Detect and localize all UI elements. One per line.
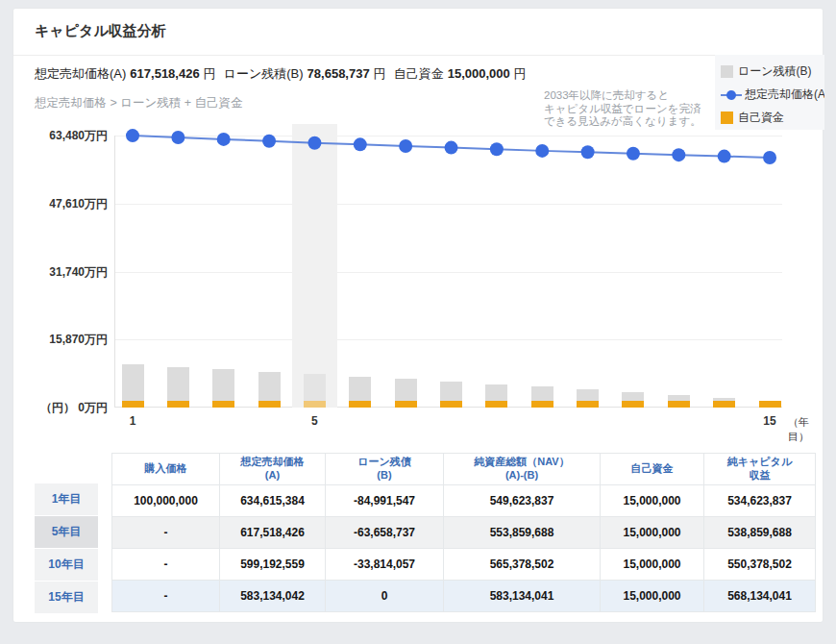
summary-label-1: ローン残積(B) (224, 66, 304, 81)
table-header: 購入価格想定売却価格(A)ローン残債(B)純資産総額（NAV）(A)-(B)自己… (112, 454, 816, 485)
table-cell: 617,518,426 (220, 516, 326, 548)
table-cell: 538,859,688 (704, 516, 816, 548)
row-label-15年目[interactable]: 15年目 (35, 582, 98, 613)
sale-price-point-year-4[interactable] (262, 135, 276, 148)
annotation-line-1: 2033年以降に売却すると (544, 89, 732, 103)
table-cell: -63,658,737 (326, 516, 444, 548)
results-table: 購入価格想定売却価格(A)ローン残債(B)純資産総額（NAV）(A)-(B)自己… (111, 453, 816, 612)
table-cell: - (112, 580, 220, 611)
row-label-1年目[interactable]: 1年目 (35, 483, 98, 515)
table-cell: 15,000,000 (601, 580, 704, 611)
column-header-4: 純資産総額（NAV）(A)-(B) (444, 454, 601, 485)
summary-unit-1: 円 (374, 66, 386, 81)
x-axis-unit-label: （年目） (788, 415, 823, 444)
table-body: 100,000,000634,615,384-84,991,547549,623… (112, 484, 816, 611)
page-title: キャピタル収益分析 (35, 22, 166, 40)
summary-value-2: 15,000,000 (448, 66, 510, 81)
sale-price-point-year-13[interactable] (672, 148, 685, 161)
table-cell: 553,859,688 (444, 516, 601, 548)
summary-unit-2: 円 (514, 66, 527, 81)
table-cell: 565,378,502 (444, 548, 601, 580)
formula-text: 想定売却価格 > ローン残積 + 自己資金 (35, 95, 243, 111)
legend-label: ローン残積(B) (738, 63, 812, 80)
sale-price-point-year-7[interactable] (399, 139, 412, 153)
table-cell: - (112, 516, 220, 548)
table-row-1年目: 100,000,000634,615,384-84,991,547549,623… (112, 484, 816, 516)
sale-price-point-year-11[interactable] (581, 145, 595, 159)
x-axis-tick-label-5: 5 (300, 414, 329, 428)
sale-price-point-year-1[interactable] (126, 129, 139, 142)
annotation-line-2: キャピタル収益でローンを完済 (544, 103, 732, 116)
table-cell: 534,623,837 (704, 484, 816, 516)
summary-value-0: 617,518,426 (130, 66, 199, 81)
column-header-5: 自己資金 (601, 454, 704, 485)
table-header-row: 購入価格想定売却価格(A)ローン残債(B)純資産総額（NAV）(A)-(B)自己… (112, 454, 816, 485)
sale-price-point-year-10[interactable] (535, 144, 549, 158)
table-cell: - (112, 548, 220, 580)
legend-item-2[interactable]: 想定売却価格(A (721, 83, 824, 106)
summary-label-0: 想定売却価格(A) (35, 66, 126, 81)
table-cell: 634,615,384 (220, 484, 326, 516)
table-cell: 583,134,042 (220, 580, 326, 611)
table-cell: 15,000,000 (601, 484, 704, 516)
sale-price-point-year-6[interactable] (354, 137, 367, 151)
table-cell: 568,134,041 (704, 580, 816, 611)
sale-price-point-year-3[interactable] (217, 133, 231, 146)
x-axis-tick-label-15: 15 (755, 414, 784, 428)
table-row-15年目: -583,134,0420583,134,04115,000,000568,13… (112, 580, 816, 611)
row-label-10年目[interactable]: 10年目 (35, 549, 98, 581)
table-cell: 583,134,041 (444, 580, 601, 611)
title-divider (13, 55, 823, 56)
summary-label-2: 自己資金 (394, 66, 444, 81)
sale-price-point-year-5[interactable] (307, 136, 321, 150)
table-row-5年目: -617,518,426-63,658,737553,859,68815,000… (112, 516, 816, 548)
summary-value-1: 78,658,737 (307, 66, 370, 81)
legend-label: 想定売却価格(A (745, 87, 824, 103)
table-cell: -33,814,057 (326, 548, 444, 580)
table-cell: 549,623,837 (444, 484, 601, 516)
y-axis-tick-label: 47,610万円 (13, 196, 108, 212)
summary-unit-0: 円 (204, 66, 216, 81)
column-header-1: 購入価格 (112, 454, 220, 485)
y-axis-tick-label: 15,870万円 (13, 332, 108, 348)
summary-line: 想定売却価格(A)617,518,426円ローン残積(B)78,658,737円… (35, 65, 534, 83)
table-cell: -84,991,547 (326, 484, 444, 516)
legend-square-icon (721, 65, 733, 78)
sale-price-point-year-12[interactable] (627, 147, 640, 161)
sale-price-point-year-2[interactable] (171, 131, 184, 144)
table-cell: 100,000,000 (112, 484, 220, 516)
column-header-3: ローン残債(B) (326, 454, 444, 485)
y-axis-tick-label: （円） 0万円 (13, 400, 108, 416)
column-header-2: 想定売却価格(A) (220, 454, 326, 485)
sale-price-point-year-14[interactable] (718, 150, 731, 163)
table-cell: 550,378,502 (704, 548, 816, 580)
x-axis-tick-label-1: 1 (118, 414, 147, 428)
table-cell: 15,000,000 (601, 548, 704, 580)
table-cell: 599,192,559 (220, 548, 326, 580)
sale-price-point-year-15[interactable] (763, 151, 776, 164)
legend-line-dot-icon (721, 88, 742, 101)
capital-gains-panel: キャピタル収益分析 想定売却価格(A)617,518,426円ローン残積(B)7… (12, 8, 824, 623)
y-axis-tick-label: 31,740万円 (13, 264, 108, 281)
sale-price-line-chart (114, 116, 782, 409)
y-axis-tick-label: 63,480万円 (13, 128, 108, 144)
row-label-5年目[interactable]: 5年目 (35, 516, 98, 548)
table-row-10年目: -599,192,559-33,814,057565,378,50215,000… (112, 548, 816, 580)
table-cell: 15,000,000 (601, 516, 704, 548)
sale-price-point-year-8[interactable] (445, 141, 458, 155)
legend-item-1[interactable]: ローン残積(B) (721, 60, 824, 83)
sale-price-point-year-9[interactable] (490, 142, 504, 156)
column-header-6: 純キャピタル収益 (704, 454, 816, 485)
table-cell: 0 (326, 580, 444, 611)
